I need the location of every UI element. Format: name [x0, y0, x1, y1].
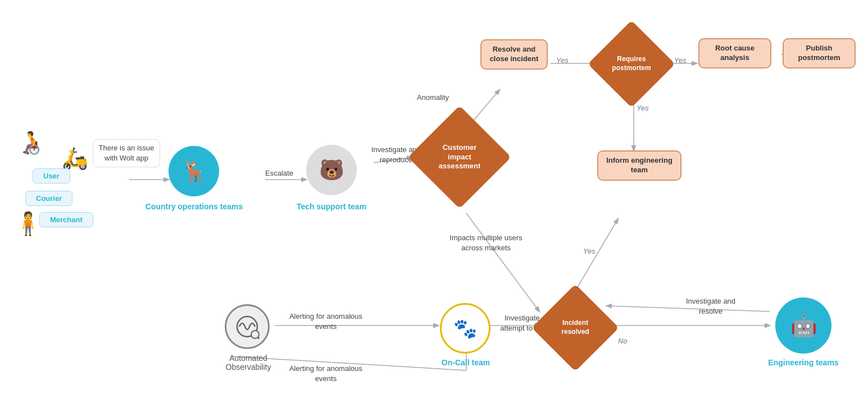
svg-line-18 [258, 337, 260, 339]
resolve-close-box: Resolve and close incident [480, 39, 548, 70]
tech-support-node: 🐻 [306, 145, 357, 195]
courier-box: Courier [25, 191, 72, 206]
yes-resolve: Yes [556, 56, 569, 65]
tech-support-label: Tech support team [287, 202, 376, 211]
auto-obs-icon [225, 304, 270, 349]
impacts-multiple-label: Impacts multiple users across markets [449, 233, 522, 253]
user-box: User [33, 168, 70, 184]
investigate-resolve-eng-label: Investigate and resolve [674, 296, 747, 317]
diagram: 🧑‍🦽 🛵 🧍 User Courier Merchant There is a… [0, 0, 868, 408]
customer-impact-node: Customer impact assessment [417, 115, 502, 199]
anomality-label: Anomality [417, 93, 449, 103]
yes-down-postmortem: Yes [637, 104, 649, 112]
root-cause-box: Root cause analysis [698, 38, 771, 68]
alerting-label-2: Alerting for anomalous events [278, 364, 374, 384]
yes-incident-inform: Yes [583, 247, 596, 255]
merchant-figure: 🧍 [14, 210, 42, 237]
courier-figure: 🛵 [62, 146, 88, 171]
user-figure: 🧑‍🦽 [17, 129, 45, 155]
yes-postmortem: Yes [674, 56, 687, 65]
requires-postmortem-node: Requires postmortem [596, 28, 667, 100]
eng-teams-node: 🤖 [775, 297, 831, 354]
inform-eng-box: Inform engineering team [597, 150, 681, 181]
country-ops-node: 🦌 [169, 146, 219, 196]
merchant-box: Merchant [39, 212, 93, 227]
svg-point-17 [251, 331, 259, 338]
auto-obs-label: Automated Observability [209, 354, 288, 372]
svg-line-13 [573, 219, 618, 295]
issue-text: There is an issue with Wolt app [93, 139, 160, 167]
oncall-node: 🐾 [440, 303, 490, 354]
country-ops-label: Country operations teams [145, 202, 243, 211]
escalate-label: Escalate [265, 168, 293, 178]
no-label: No [618, 337, 628, 345]
oncall-label: On-Call team [433, 358, 499, 367]
svg-line-8 [466, 213, 539, 311]
eng-teams-label: Engineering teams [764, 358, 843, 367]
publish-postmortem-box: Publish postmortem [783, 38, 856, 68]
alerting-label-1: Alerting for anomalous events [278, 311, 374, 332]
incident-resolved-node: Incident resolved [539, 292, 611, 364]
